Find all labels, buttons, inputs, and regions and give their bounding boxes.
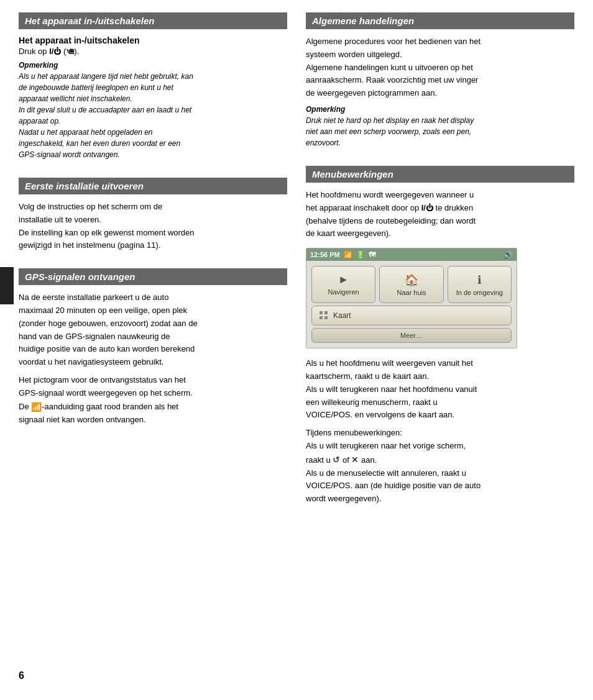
section-algemene: Algemene handelingen Algemene procedures… bbox=[306, 12, 574, 155]
section-gps: GPS-signalen ontvangen Na de eerste inst… bbox=[19, 268, 287, 432]
opmerking-power-text: Als u het apparaat langere tijd niet heb… bbox=[19, 71, 287, 160]
opmerking-algemene-text: Druk niet te hard op het display en raak… bbox=[306, 115, 574, 148]
section-menu-body1: Het hoofdmenu wordt weergegeven wanneer … bbox=[306, 189, 574, 240]
battery-icon: 🔋 bbox=[356, 251, 365, 259]
opmerking-algemene-title: Opmerking bbox=[306, 105, 574, 114]
right-column: Algemene handelingen Algemene procedures… bbox=[306, 12, 574, 522]
section-install-header: Eerste installatie uitvoeren bbox=[19, 178, 287, 194]
speaker-icon: 🔊 bbox=[503, 250, 513, 259]
signal-icon: 📶 bbox=[344, 251, 352, 259]
section-menu-header: Menubewerkingen bbox=[306, 166, 574, 183]
section-algemene-body: Algemene procedures voor het bedienen va… bbox=[306, 35, 574, 100]
section-install: Eerste installatie uitvoeren Volg de ins… bbox=[19, 178, 287, 257]
subsection-power-title: Het apparaat in-/uitschakelen bbox=[19, 35, 287, 45]
section-gps-header: GPS-signalen ontvangen bbox=[19, 268, 287, 285]
menu-btn-meer-label: Meer… bbox=[400, 332, 423, 339]
section-power: Het apparaat in-/uitschakelen Het appara… bbox=[19, 12, 287, 166]
section-menu-body2: Als u het hoofdmenu wilt weergeven vanui… bbox=[306, 357, 574, 422]
clock-display: 12:56 PM bbox=[310, 251, 340, 258]
page-tab bbox=[0, 267, 14, 304]
section-gps-body2: Het pictogram voor de ontvangststatus va… bbox=[19, 374, 287, 427]
menu-btn-navigate-label: Navigeren bbox=[328, 288, 359, 296]
section-menu-body3: Tijdens menubewerkingen: Als u wilt teru… bbox=[306, 427, 574, 506]
navigate-icon: ► bbox=[338, 273, 349, 286]
menu-btn-navigate[interactable]: ► Navigeren bbox=[311, 266, 375, 303]
menu-btn-area[interactable]: ℹ In de omgeving bbox=[448, 266, 512, 303]
info-icon: ℹ bbox=[477, 273, 482, 287]
subsection-power-subtitle: Druk op I/⏻ (🖲). bbox=[19, 47, 287, 56]
page-number: 6 bbox=[19, 670, 24, 681]
left-column: Het apparaat in-/uitschakelen Het appara… bbox=[19, 12, 287, 522]
menu-topbar: 12:56 PM 📶 🔋 🗺 🔊 bbox=[306, 248, 517, 261]
menu-btn-home-label: Naar huis bbox=[397, 289, 426, 296]
menu-btn-kaart-label: Kaart bbox=[333, 311, 351, 320]
menu-btn-meer[interactable]: Meer… bbox=[311, 328, 512, 343]
menu-btn-home[interactable]: 🏠 Naar huis bbox=[379, 266, 443, 303]
opmerking-power-title: Opmerking bbox=[19, 61, 287, 70]
page-layout: Het apparaat in-/uitschakelen Het appara… bbox=[19, 12, 574, 522]
grid-icon bbox=[319, 311, 328, 320]
section-algemene-header: Algemene handelingen bbox=[306, 12, 574, 29]
menu-btn-kaart[interactable]: Kaart bbox=[311, 306, 512, 325]
menu-screen-mockup: 12:56 PM 📶 🔋 🗺 🔊 ► Navigeren 🏠 Naar hui bbox=[306, 248, 517, 348]
section-install-body: Volg de instructies op het scherm om de … bbox=[19, 201, 287, 252]
section-menu: Menubewerkingen Het hoofdmenu wordt weer… bbox=[306, 166, 574, 511]
menu-topbar-time: 12:56 PM 📶 🔋 🗺 bbox=[310, 251, 375, 259]
home-icon: 🏠 bbox=[405, 273, 418, 287]
menu-btn-area-label: In de omgeving bbox=[456, 289, 503, 296]
section-gps-body1: Na de eerste installatie parkeert u de a… bbox=[19, 291, 287, 369]
menu-main-buttons: ► Navigeren 🏠 Naar huis ℹ In de omgeving bbox=[306, 261, 517, 306]
section-power-header: Het apparaat in-/uitschakelen bbox=[19, 12, 287, 29]
nav-icon: 🗺 bbox=[369, 251, 375, 258]
